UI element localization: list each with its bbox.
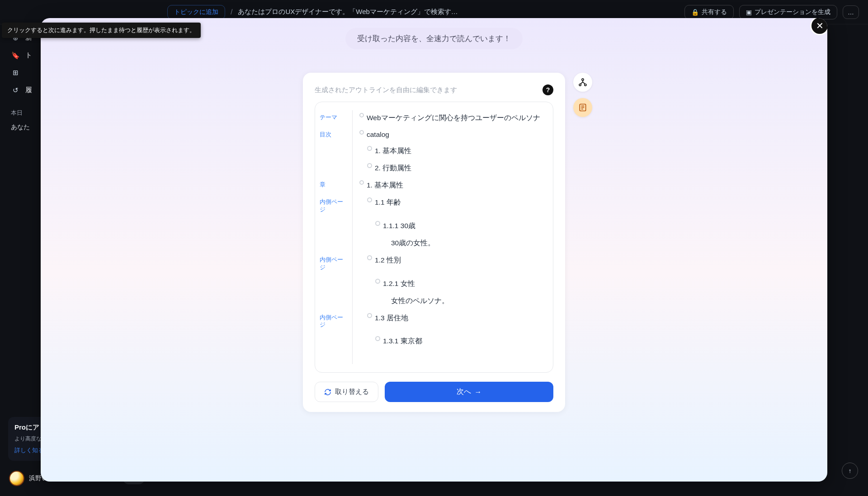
replace-button[interactable]: 取り替える <box>315 382 378 402</box>
row-content: 2. 行動属性 <box>375 163 545 173</box>
outline-row-inner-body[interactable]: 女性のペルソナ。 <box>320 292 545 309</box>
arrow-right-icon: → <box>475 388 482 396</box>
hierarchy-icon <box>578 78 587 87</box>
row-content: Webマーケティングに関心を持つユーザーのペルソナ <box>367 113 545 123</box>
diagram-mode-button[interactable] <box>573 73 592 92</box>
modal-overlay: ✕ 受け取った内容を、全速力で読んでいます！ <box>0 0 868 496</box>
outline-mode-button[interactable] <box>573 98 592 117</box>
row-tag-inner: 内側ページ <box>320 255 349 271</box>
row-content: 1.2.1 女性 <box>383 279 545 289</box>
outline-row-toc[interactable]: 目次 catalog <box>320 126 545 142</box>
svg-point-0 <box>582 79 584 80</box>
outline-card: 生成されたアウトラインを自由に編集できます ? テーマ Webマーケティングに関… <box>303 73 565 412</box>
side-round-buttons <box>573 73 592 117</box>
outline-body[interactable]: テーマ Webマーケティングに関心を持つユーザーのペルソナ 目次 catalog… <box>315 102 553 373</box>
row-content: 1. 基本属性 <box>367 180 545 190</box>
next-button[interactable]: 次へ → <box>385 382 553 402</box>
outline-row-inner-sub[interactable]: 1.1.1 30歳 <box>320 217 545 234</box>
row-content: 女性のペルソナ。 <box>391 296 545 306</box>
row-tag-inner: 内側ページ <box>320 197 349 214</box>
close-icon: ✕ <box>816 20 824 31</box>
svg-point-2 <box>585 84 586 86</box>
outline-row-inner-heading[interactable]: 内側ページ 1.2 性別 <box>320 252 545 275</box>
row-content: 1.3 居住地 <box>375 313 545 323</box>
outline-row-inner-body[interactable]: 30歳の女性。 <box>320 234 545 252</box>
row-tag-inner: 内側ページ <box>320 313 349 329</box>
help-button[interactable]: ? <box>542 84 553 95</box>
row-content: 1.2 性別 <box>375 255 545 265</box>
outline-header: 生成されたアウトラインを自由に編集できます ? <box>315 84 553 95</box>
outline-row-toc-item[interactable]: 1. 基本属性 <box>320 142 545 159</box>
row-content: 1.1 年齢 <box>375 197 545 207</box>
row-content: catalog <box>367 130 545 139</box>
outline-actions: 取り替える 次へ → <box>315 382 553 402</box>
svg-point-1 <box>579 84 581 86</box>
outline-row-theme[interactable]: テーマ Webマーケティングに関心を持つユーザーのペルソナ <box>320 109 545 126</box>
row-content: 1.3.1 東京都 <box>383 336 545 346</box>
row-content: 1.1.1 30歳 <box>383 221 545 231</box>
history-tooltip: クリックすると次に進みます。押したまま待つと履歴が表示されます。 <box>2 23 201 38</box>
row-content: 30歳の女性。 <box>391 238 545 248</box>
row-content: 1. 基本属性 <box>375 146 545 156</box>
outline-row-inner-heading[interactable]: 内側ページ 1.3 居住地 <box>320 309 545 333</box>
reading-status: 受け取った内容を、全速力で読んでいます！ <box>345 28 523 49</box>
next-label: 次へ <box>457 387 471 397</box>
outline-row-chapter[interactable]: 章 1. 基本属性 <box>320 177 545 194</box>
row-tag-toc: 目次 <box>320 130 349 139</box>
refresh-icon <box>324 388 331 396</box>
outline-modal: ✕ 受け取った内容を、全速力で読んでいます！ <box>41 18 827 482</box>
replace-label: 取り替える <box>335 388 369 396</box>
outline-hint: 生成されたアウトラインを自由に編集できます <box>315 86 542 94</box>
row-tag-chapter: 章 <box>320 180 349 189</box>
close-button[interactable]: ✕ <box>810 18 827 35</box>
outline-row-inner-sub[interactable]: 1.3.1 東京都 <box>320 332 545 350</box>
outline-row-inner-sub[interactable]: 1.2.1 女性 <box>320 275 545 292</box>
outline-row-inner-heading[interactable]: 内側ページ 1.1 年齢 <box>320 194 545 217</box>
document-list-icon <box>578 103 587 112</box>
outline-row-toc-item[interactable]: 2. 行動属性 <box>320 159 545 177</box>
row-tag-theme: テーマ <box>320 113 349 122</box>
